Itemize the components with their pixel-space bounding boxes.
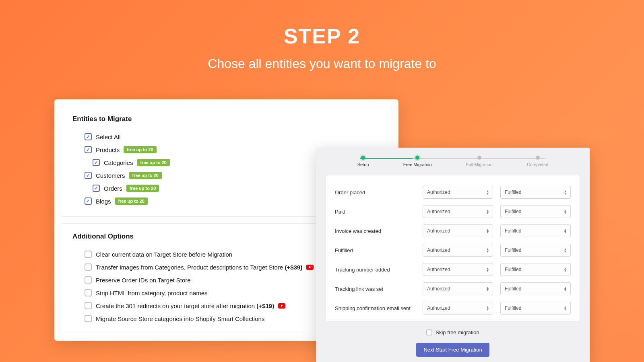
entity-checkbox[interactable]: [93, 185, 100, 192]
select-caret-icon: ▴▾: [487, 286, 489, 291]
fulfillment-status-select[interactable]: Fulfilled▴▾: [500, 186, 571, 199]
payment-status-select[interactable]: Authorized▴▾: [423, 224, 493, 237]
free-badge: free up to 20: [124, 146, 156, 153]
option-checkbox[interactable]: [85, 289, 92, 296]
fulfillment-status-select[interactable]: Fulfilled▴▾: [500, 302, 571, 315]
select-caret-icon: ▴▾: [487, 248, 489, 253]
option-label: Create the 301 redirects on your target …: [96, 302, 274, 309]
status-mapping-row: Tracking number addedAuthorized▴▾Fulfill…: [335, 260, 571, 279]
free-badge: free up to 20: [126, 185, 159, 192]
option-checkbox[interactable]: [85, 302, 92, 309]
select-caret-icon: ▴▾: [564, 209, 566, 214]
select-value: Authorized: [427, 267, 450, 272]
free-badge: free up to 20: [115, 197, 148, 205]
skip-free-migration-label: Skip free migration: [436, 329, 479, 335]
entity-checkbox[interactable]: [85, 197, 92, 205]
fulfillment-status-select[interactable]: Fulfilled▴▾: [500, 244, 571, 257]
option-price: (+$19): [255, 302, 274, 309]
status-row-label: Fulfilled: [335, 247, 415, 253]
select-caret-icon: ▴▾: [487, 267, 489, 272]
select-value: Fulfilled: [505, 209, 521, 214]
status-mapping-row: PaidAuthorized▴▾Fulfilled▴▾: [335, 202, 571, 221]
skip-free-migration-checkbox[interactable]: [426, 329, 432, 335]
status-mapping-row: Invoice was createdAuthorized▴▾Fulfilled…: [335, 221, 571, 241]
entity-item: Select All: [85, 130, 380, 143]
entity-checkbox[interactable]: [85, 172, 92, 179]
status-row-label: Paid: [335, 209, 415, 215]
fulfillment-status-select[interactable]: Fulfilled▴▾: [500, 224, 571, 237]
option-label: Migrate Source Store categories into Sho…: [96, 315, 264, 322]
wizard-step: Free Migration: [403, 156, 432, 167]
wizard-stepper: SetupFree MigrationFull MigrationComplet…: [316, 156, 590, 175]
option-price: (+$39): [283, 264, 302, 271]
option-checkbox[interactable]: [85, 276, 92, 284]
select-value: Fulfilled: [505, 267, 521, 272]
status-row-label: Invoice was created: [335, 228, 415, 234]
entity-label: Customers: [96, 172, 125, 179]
entity-checkbox[interactable]: [85, 133, 92, 140]
step-label: Completed: [527, 162, 548, 167]
entity-label: Products: [96, 146, 120, 153]
select-caret-icon: ▴▾: [487, 209, 489, 214]
step-dot-icon: [415, 156, 419, 160]
wizard-step: Completed: [527, 156, 548, 167]
entity-checkbox[interactable]: [85, 146, 92, 153]
status-row-label: Tracking link was set: [335, 286, 415, 292]
fulfillment-status-select[interactable]: Fulfilled▴▾: [500, 205, 571, 218]
select-value: Fulfilled: [505, 286, 521, 292]
skip-free-migration-row: Skip free migration: [316, 329, 590, 335]
payment-status-select[interactable]: Authorized▴▾: [423, 282, 493, 295]
option-label: Strip HTML from category, product names: [96, 290, 208, 296]
option-checkbox[interactable]: [85, 315, 92, 322]
status-mapping-row: Shipping confirmation email sentAuthoriz…: [335, 298, 571, 318]
entity-label: Blogs: [96, 198, 111, 205]
step-label: Full Migration: [466, 162, 493, 167]
step-label: Free Migration: [403, 162, 432, 167]
youtube-icon[interactable]: [306, 265, 314, 270]
select-value: Fulfilled: [505, 228, 521, 234]
payment-status-select[interactable]: Authorized▴▾: [423, 244, 493, 257]
free-badge: free up to 20: [137, 159, 170, 166]
select-caret-icon: ▴▾: [564, 286, 566, 291]
status-mapping-row: Order placedAuthorized▴▾Fulfilled▴▾: [335, 183, 571, 202]
fulfillment-status-select[interactable]: Fulfilled▴▾: [500, 282, 571, 295]
select-value: Authorized: [427, 247, 450, 253]
status-mapping-row: FulfilledAuthorized▴▾Fulfilled▴▾: [335, 241, 571, 260]
page-header: STEP 2 Chose all entities you want to mi…: [0, 0, 644, 71]
select-value: Fulfilled: [505, 305, 521, 311]
wizard-step: Full Migration: [466, 156, 493, 167]
step-dot-icon: [477, 156, 481, 160]
status-row-label: Tracking number added: [335, 267, 415, 273]
payment-status-select[interactable]: Authorized▴▾: [423, 186, 493, 199]
select-value: Authorized: [427, 286, 450, 292]
payment-status-select[interactable]: Authorized▴▾: [423, 302, 493, 315]
option-label: Preserve Order IDs on Target Store: [96, 277, 191, 284]
select-caret-icon: ▴▾: [487, 306, 489, 311]
entity-label: Select All: [96, 134, 121, 140]
entity-checkbox[interactable]: [93, 159, 100, 166]
option-checkbox[interactable]: [85, 251, 92, 258]
option-checkbox[interactable]: [85, 263, 92, 271]
youtube-icon[interactable]: [278, 303, 285, 309]
free-badge: free up to 20: [129, 172, 162, 179]
select-caret-icon: ▴▾: [564, 267, 566, 272]
step-dot-icon: [361, 156, 365, 160]
status-row-label: Shipping confirmation email sent: [335, 305, 415, 311]
step-label: Setup: [357, 162, 369, 167]
select-caret-icon: ▴▾: [564, 248, 566, 253]
select-caret-icon: ▴▾: [564, 306, 566, 311]
select-caret-icon: ▴▾: [564, 190, 566, 195]
next-start-free-migration-button[interactable]: Next:Start Free Migration: [416, 343, 489, 357]
fulfillment-status-select[interactable]: Fulfilled▴▾: [500, 263, 571, 276]
select-value: Fulfilled: [505, 247, 521, 253]
wizard-step: Setup: [357, 156, 369, 167]
select-value: Authorized: [427, 209, 450, 214]
select-value: Authorized: [427, 228, 450, 234]
entity-label: Orders: [104, 185, 122, 192]
status-mapping-panel: Order placedAuthorized▴▾Fulfilled▴▾PaidA…: [326, 175, 580, 321]
payment-status-select[interactable]: Authorized▴▾: [423, 263, 493, 276]
payment-status-select[interactable]: Authorized▴▾: [423, 205, 493, 218]
status-row-label: Order placed: [335, 189, 415, 195]
option-label: Transfer images from Categories, Product…: [96, 264, 302, 271]
status-mapping-row: Tracking link was setAuthorized▴▾Fulfill…: [335, 279, 571, 298]
